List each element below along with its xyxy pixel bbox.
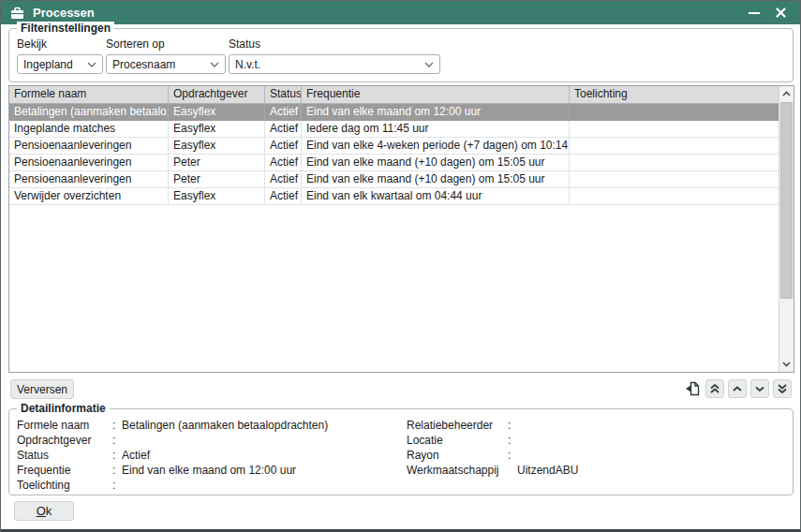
dl-label: Frequentie bbox=[17, 463, 112, 478]
sorteren-op-label: Sorteren op bbox=[106, 37, 226, 51]
detail-line: Toelichting: bbox=[17, 478, 392, 493]
cell-frequentie: Eind van elke 4-weken periode (+7 dagen)… bbox=[302, 138, 570, 155]
dl-value bbox=[517, 433, 781, 448]
detail-line: Frequentie:Eind van elke maand om 12:00 … bbox=[17, 463, 392, 478]
detail-line: Status:Actief bbox=[17, 448, 392, 463]
scroll-up-button[interactable] bbox=[779, 86, 794, 101]
refresh-button[interactable]: Verversen bbox=[10, 379, 74, 399]
column-header[interactable]: Frequentie bbox=[302, 86, 570, 103]
title-bar: Processen bbox=[1, 1, 800, 24]
cell-status: Actief bbox=[265, 188, 302, 205]
status-value: N.v.t. bbox=[235, 58, 260, 71]
record-navigation bbox=[683, 379, 792, 398]
cell-toelichting bbox=[570, 155, 779, 171]
table-header: Formele naam Opdrachtgever Status Freque… bbox=[9, 86, 779, 104]
chevron-down-icon bbox=[210, 62, 219, 67]
previous-record-button[interactable] bbox=[728, 379, 747, 398]
cell-status: Actief bbox=[265, 138, 302, 155]
table-row[interactable]: Pensioenaanleveringen Easyflex Actief Ei… bbox=[9, 138, 779, 155]
close-button[interactable] bbox=[770, 4, 791, 22]
detail-group-label: Detailinformatie bbox=[17, 402, 110, 415]
chevron-down-icon bbox=[424, 62, 434, 67]
details-left: Formele naam:Betalingen (aanmaken betaal… bbox=[17, 418, 392, 493]
dl-sep: : bbox=[112, 448, 122, 463]
cell-opdrachtgever: Easyflex bbox=[169, 121, 265, 138]
dl-sep: : bbox=[112, 433, 122, 448]
cell-opdrachtgever: Peter bbox=[169, 171, 265, 188]
dl-label: Formele naam bbox=[17, 418, 112, 433]
cell-toelichting bbox=[570, 171, 779, 188]
process-table: Formele naam Opdrachtgever Status Freque… bbox=[8, 85, 794, 373]
cell-formele-naam: Pensioenaanleveringen bbox=[9, 171, 169, 188]
chevron-down-icon bbox=[754, 383, 765, 394]
last-record-button[interactable] bbox=[773, 379, 792, 398]
scrollbar-thumb[interactable] bbox=[780, 102, 793, 299]
cell-status: Actief bbox=[265, 155, 302, 171]
sorteren-op-select[interactable]: Procesnaam bbox=[106, 54, 226, 74]
cell-opdrachtgever: Peter bbox=[169, 155, 265, 171]
cell-formele-naam: Verwijder overzichten bbox=[9, 188, 169, 205]
details-right: Relatiebeheerder:Locatie:Rayon:Werkmaats… bbox=[407, 418, 781, 478]
dl-value bbox=[517, 418, 781, 433]
cell-toelichting bbox=[570, 138, 779, 155]
dl-value: Actief bbox=[122, 448, 392, 463]
table-row[interactable]: Ingeplande matches Easyflex Actief Ieder… bbox=[9, 121, 779, 138]
table-row[interactable]: Pensioenaanleveringen Peter Actief Eind … bbox=[9, 171, 779, 188]
dl-sep: : bbox=[112, 478, 122, 493]
ok-button[interactable]: Ok bbox=[14, 501, 74, 521]
detail-line: Relatiebeheerder: bbox=[407, 418, 781, 433]
dl-value: Eind van elke maand om 12:00 uur bbox=[122, 463, 392, 478]
vertical-scrollbar[interactable] bbox=[779, 86, 794, 372]
dl-label: Toelichting bbox=[17, 478, 112, 493]
double-chevron-down-icon bbox=[777, 383, 788, 394]
next-record-button[interactable] bbox=[750, 379, 769, 398]
dl-label: Status bbox=[17, 448, 112, 463]
column-header[interactable]: Opdrachtgever bbox=[169, 86, 265, 103]
first-record-button[interactable] bbox=[705, 379, 724, 398]
dl-value: Betalingen (aanmaken betaalopdrachten) bbox=[122, 418, 392, 433]
bekijk-select[interactable]: Ingepland bbox=[17, 54, 103, 74]
dl-label: Locatie bbox=[407, 433, 508, 448]
table-row[interactable]: Verwijder overzichten Easyflex Actief Ei… bbox=[9, 188, 779, 205]
dl-sep: : bbox=[508, 448, 517, 463]
cell-toelichting bbox=[570, 104, 779, 121]
ok-label-rest: k bbox=[46, 504, 52, 518]
scroll-down-button[interactable] bbox=[779, 357, 794, 372]
table-body: Betalingen (aanmaken betaalo... Easyflex… bbox=[9, 104, 779, 205]
minimize-icon bbox=[749, 12, 760, 14]
sorteren-op-value: Procesnaam bbox=[112, 58, 175, 71]
cell-frequentie: Eind van elke maand (+10 dagen) om 15:05… bbox=[302, 155, 570, 171]
dl-label: Werkmaatschappij bbox=[407, 463, 508, 478]
dl-sep bbox=[508, 463, 517, 478]
cell-opdrachtgever: Easyflex bbox=[169, 188, 265, 205]
column-header[interactable]: Status bbox=[265, 86, 302, 103]
table-row[interactable]: Betalingen (aanmaken betaalo... Easyflex… bbox=[9, 104, 779, 121]
chevron-up-icon bbox=[732, 383, 743, 394]
cell-formele-naam: Betalingen (aanmaken betaalo... bbox=[9, 104, 169, 121]
minimize-button[interactable] bbox=[744, 4, 764, 22]
status-label: Status bbox=[229, 37, 440, 51]
dl-label: Opdrachtgever bbox=[17, 433, 112, 448]
column-header[interactable]: Formele naam bbox=[9, 86, 169, 103]
cell-frequentie: Eind van elke maand (+10 dagen) om 15:05… bbox=[302, 171, 570, 188]
detail-line: Opdrachtgever: bbox=[17, 433, 392, 448]
window-title: Processen bbox=[33, 6, 738, 20]
cell-status: Actief bbox=[265, 104, 302, 121]
goto-record-button[interactable] bbox=[683, 379, 702, 398]
dl-value bbox=[517, 448, 781, 463]
cell-frequentie: Eind van elk kwartaal om 04:44 uur bbox=[302, 188, 570, 205]
double-chevron-up-icon bbox=[709, 383, 720, 394]
cell-status: Actief bbox=[265, 171, 302, 188]
cell-opdrachtgever: Easyflex bbox=[169, 104, 265, 121]
table-row[interactable]: Pensioenaanleveringen Peter Actief Eind … bbox=[9, 155, 779, 171]
cell-frequentie: Eind van elke maand om 12:00 uur bbox=[302, 104, 570, 121]
dl-sep: : bbox=[112, 418, 122, 433]
dl-value: UitzendABU bbox=[517, 463, 781, 478]
cell-formele-naam: Ingeplande matches bbox=[9, 121, 169, 138]
cell-status: Actief bbox=[265, 121, 302, 138]
dl-label: Relatiebeheerder bbox=[407, 418, 508, 433]
column-header[interactable]: Toelichting bbox=[570, 86, 779, 103]
cell-toelichting bbox=[570, 121, 779, 138]
dl-sep: : bbox=[112, 463, 122, 478]
status-select[interactable]: N.v.t. bbox=[229, 54, 440, 74]
